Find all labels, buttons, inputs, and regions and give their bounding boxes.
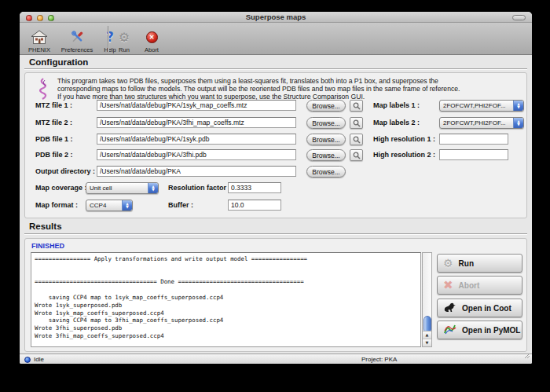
map-labels-2-dropdown[interactable]: 2FOFCWT,PHI2FOF... ▲▼ (439, 117, 524, 129)
pdb-file-2-input[interactable] (97, 149, 296, 160)
browse-button[interactable]: Browse... (306, 134, 346, 145)
superpose-maps-window: Superpose maps PHENIX (20, 12, 532, 364)
map-coverage-dropdown[interactable]: Unit cell ▲▼ (86, 182, 159, 194)
section-divider (24, 68, 527, 70)
output-directory-label: Output directory : (35, 166, 95, 178)
magnifier-button[interactable] (350, 100, 363, 112)
title-bar[interactable]: Superpose maps (20, 12, 532, 23)
home-icon (31, 27, 48, 46)
scroll-up-arrow-icon[interactable]: ▲ (423, 332, 431, 339)
toolbar-item-label: Run (119, 46, 130, 53)
pdb-file-1-label: PDB file 1 : (35, 134, 73, 145)
open-in-coot-label: Open in Coot (462, 304, 512, 313)
map-coverage-label: Map coverage : (35, 182, 87, 194)
abort-button[interactable]: ✖ Abort (437, 276, 522, 295)
scroll-down-arrow-icon[interactable]: ▼ (423, 339, 431, 346)
output-directory-input[interactable] (97, 166, 296, 177)
magnifier-button[interactable] (350, 117, 363, 129)
browse-button[interactable]: Browse... (306, 100, 346, 112)
toolbar-run-button[interactable]: ⚙ Run (112, 25, 137, 53)
configuration-section-title: Configuration (29, 57, 88, 67)
pdb-file-2-label: PDB file 2 : (35, 149, 73, 161)
toolbar-item-label: Preferences (61, 46, 93, 53)
configuration-panel: This program takes two PDB files, superp… (24, 72, 527, 218)
mtz-file-1-input[interactable] (97, 100, 296, 111)
coot-bird-icon (443, 302, 456, 314)
browse-button[interactable]: Browse... (306, 149, 346, 161)
chevron-up-down-icon: ▲▼ (513, 101, 523, 111)
magnifier-button[interactable] (350, 134, 363, 145)
high-resolution-2-label: High resolution 2 : (373, 149, 435, 161)
log-scrollbar[interactable]: ▲ ▼ (422, 252, 432, 347)
resize-grip[interactable] (523, 348, 530, 362)
window-title: Superpose maps (20, 12, 532, 23)
results-section-title: Results (29, 222, 62, 231)
toolbar-abort-button[interactable]: ✕ Abort (138, 25, 166, 53)
map-format-label: Map format : (35, 200, 78, 211)
magnifier-icon (353, 102, 361, 110)
high-resolution-1-input[interactable] (439, 134, 508, 145)
project-label: Project: PKA (361, 354, 397, 365)
open-in-pymol-button[interactable]: Open in PyMOL (437, 321, 522, 339)
resolution-factor-label: Resolution factor : (168, 182, 231, 194)
high-resolution-2-input[interactable] (439, 149, 508, 160)
buffer-label: Buffer : (168, 200, 193, 211)
form-row: Output directory : Browse... (25, 166, 526, 178)
description-line: corresponding maps to follow the models.… (57, 85, 460, 93)
status-badge: FINISHED (31, 242, 64, 250)
form-row: PDB file 1 : Browse... High resolution 1… (25, 134, 526, 145)
toolbar-item-label: Abort (145, 46, 159, 53)
run-button-label: Run (459, 259, 474, 268)
mtz-file-1-label: MTZ file 1 : (35, 100, 72, 112)
form-row: MTZ file 2 : Browse... Map labels 2 : 2F… (25, 117, 526, 129)
toolbar-preferences-button[interactable]: Preferences (56, 25, 98, 53)
pdb-file-1-input[interactable] (97, 134, 296, 145)
magnifier-icon (353, 152, 361, 159)
screenshot-canvas: Superpose maps PHENIX (0, 0, 550, 392)
abort-button-label: Abort (459, 281, 480, 290)
log-output-area[interactable]: ================ Apply transformations a… (31, 252, 421, 347)
toolbar-toggle-button[interactable] (512, 15, 526, 20)
dropdown-value: Unit cell (90, 185, 112, 192)
resolution-factor-input[interactable] (228, 182, 281, 193)
browse-button[interactable]: Browse... (306, 117, 346, 129)
gear-icon: ⚙ (443, 257, 453, 269)
chevron-up-down-icon: ▲▼ (148, 183, 158, 193)
tools-icon (69, 27, 86, 46)
form-row: PDB file 2 : Browse... High resolution 2… (25, 149, 526, 161)
map-format-dropdown[interactable]: CCP4 ▲▼ (86, 200, 133, 211)
gear-icon: ⚙ (119, 27, 130, 46)
run-button[interactable]: ⚙ Run (437, 254, 522, 273)
toolbar-phenix-button[interactable]: PHENIX (23, 25, 56, 53)
chevron-up-down-icon: ▲▼ (513, 118, 523, 128)
map-labels-1-dropdown[interactable]: 2FOFCWT,PHI2FOF... ▲▼ (439, 100, 524, 112)
status-bar: Idle Project: PKA (20, 354, 532, 364)
log-text: ================ Apply transformations a… (31, 253, 420, 343)
dropdown-value: CCP4 (90, 202, 106, 209)
open-in-pymol-label: Open in PyMOL (462, 326, 520, 335)
dropdown-value: 2FOFCWT,PHI2FOF... (443, 102, 506, 109)
dropdown-value: 2FOFCWT,PHI2FOF... (443, 119, 506, 126)
magnifier-icon (353, 119, 361, 127)
abort-icon: ✕ (146, 27, 158, 46)
molecule-icon (36, 78, 50, 100)
form-row: Map coverage : Unit cell ▲▼ Resolution f… (25, 182, 526, 194)
high-resolution-1-label: High resolution 1 : (373, 134, 435, 145)
toolbar: PHENIX Preferences (20, 23, 532, 55)
mtz-file-2-input[interactable] (97, 117, 296, 128)
browse-button[interactable]: Browse... (306, 166, 346, 178)
results-panel: FINISHED ================ Apply transfor… (24, 238, 527, 352)
toolbar-item-label: PHENIX (28, 46, 50, 53)
mtz-file-2-label: MTZ file 2 : (35, 117, 72, 129)
toolbar-separator (108, 26, 108, 52)
status-indicator-icon (24, 357, 31, 363)
pymol-icon (443, 324, 456, 336)
magnifier-button[interactable] (350, 149, 363, 161)
open-in-coot-button[interactable]: Open in Coot (437, 299, 522, 317)
buffer-input[interactable] (228, 200, 281, 211)
form-row: MTZ file 1 : Browse... Map labels 1 : 2F… (25, 100, 526, 112)
status-text: Idle (34, 354, 44, 365)
map-labels-1-label: Map labels 1 : (373, 100, 420, 112)
chevron-up-down-icon: ▲▼ (122, 200, 132, 211)
section-divider (24, 233, 527, 235)
